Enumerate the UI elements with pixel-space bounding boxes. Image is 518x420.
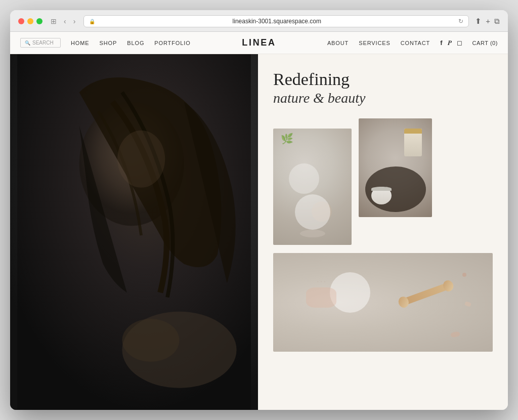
site-brand[interactable]: LINEA [242, 37, 276, 48]
facebook-icon[interactable]: f [440, 39, 442, 47]
browser-chrome: ⊞ ‹ › 🔒 lineaskin-3001.squarespace.com ↻… [10, 10, 508, 32]
jar-2 [371, 187, 392, 204]
share-icon[interactable]: ⬆ [475, 17, 482, 26]
nav-contact[interactable]: CONTACT [401, 40, 430, 46]
roller-handle [404, 283, 449, 305]
address-bar[interactable]: 🔒 lineaskin-3001.squarespace.com ↻ [83, 15, 469, 27]
lock-icon: 🔒 [89, 19, 95, 24]
portrait-background [10, 54, 258, 410]
hero-headline: Redefining nature & beauty [273, 69, 493, 106]
search-label: SEARCH [32, 40, 54, 46]
close-button[interactable] [18, 18, 24, 24]
left-portrait-panel [10, 54, 258, 410]
nav-portfolio[interactable]: PORTFOLIO [154, 40, 190, 46]
refresh-icon[interactable]: ↻ [458, 18, 463, 25]
social-links: f 𝑷 ◻ [440, 39, 462, 47]
search-box[interactable]: 🔍 SEARCH [20, 38, 61, 48]
url-text: lineaskin-3001.squarespace.com [98, 18, 455, 25]
tabs-icon[interactable]: ⧉ [494, 17, 500, 26]
svg-point-4 [117, 131, 165, 188]
svg-point-3 [122, 319, 179, 362]
back-button[interactable]: ‹ [62, 16, 68, 26]
subheadline-text: nature & beauty [273, 90, 493, 106]
nav-shop[interactable]: SHOP [100, 40, 117, 46]
photo-inner-2 [359, 118, 432, 217]
nav-home[interactable]: HOME [71, 40, 90, 46]
browser-action-buttons: ⬆ + ⧉ [475, 17, 500, 26]
crystal-dots: · · · [317, 278, 326, 285]
traffic-lights [18, 18, 42, 24]
nav-services[interactable]: SERVICES [359, 40, 390, 46]
dish-decoration [295, 194, 330, 230]
product-image-jars [359, 118, 432, 217]
portrait-image [10, 54, 258, 410]
flowers-decoration: 🌿 [281, 133, 293, 145]
minimize-button[interactable] [27, 18, 33, 24]
product-image-flowers: 🌿 [273, 129, 352, 245]
crystal-pink [306, 287, 336, 308]
product-image-roller: · · · [273, 253, 493, 352]
search-icon: 🔍 [25, 40, 30, 46]
cosmetic-circle-1 [289, 163, 319, 194]
scatter-2 [464, 301, 471, 307]
roller-tool [404, 283, 449, 305]
site-content: Redefining nature & beauty 🌿 [10, 54, 508, 410]
pinterest-icon[interactable]: 𝑷 [448, 39, 452, 47]
photo-inner-1: 🌿 [273, 129, 352, 245]
scatter-3 [450, 331, 460, 338]
nav-left: 🔍 SEARCH HOME SHOP BLOG PORTFOLIO [20, 38, 242, 48]
nav-right: ABOUT SERVICES CONTACT f 𝑷 ◻ CART (0) [276, 39, 498, 47]
new-tab-icon[interactable]: + [486, 17, 490, 26]
ring-decoration [300, 230, 325, 237]
right-content-panel: Redefining nature & beauty 🌿 [258, 54, 508, 410]
browser-window: ⊞ ‹ › 🔒 lineaskin-3001.squarespace.com ↻… [10, 10, 508, 410]
site-navigation: 🔍 SEARCH HOME SHOP BLOG PORTFOLIO LINEA … [10, 32, 508, 54]
roller-head-right [442, 279, 455, 293]
photo-wide-inner: · · · [273, 253, 493, 352]
instagram-icon[interactable]: ◻ [457, 39, 462, 47]
jar-1 [404, 129, 422, 156]
scatter-1 [462, 273, 466, 277]
nav-blog[interactable]: BLOG [127, 40, 144, 46]
forward-button[interactable]: › [71, 16, 78, 26]
product-images-grid: 🌿 [273, 118, 493, 352]
browser-nav-controls: ⊞ ‹ › [49, 16, 77, 26]
window-tiles-icon[interactable]: ⊞ [49, 16, 59, 26]
images-top-row: 🌿 [273, 118, 493, 245]
fullscreen-button[interactable] [36, 18, 42, 24]
nav-about[interactable]: ABOUT [327, 40, 349, 46]
headline-text: Redefining [273, 69, 493, 90]
roller-head-left [397, 295, 410, 309]
cart-button[interactable]: CART (0) [472, 40, 498, 46]
jar-cap-1 [404, 129, 422, 134]
jar-cap-2 [371, 187, 392, 191]
